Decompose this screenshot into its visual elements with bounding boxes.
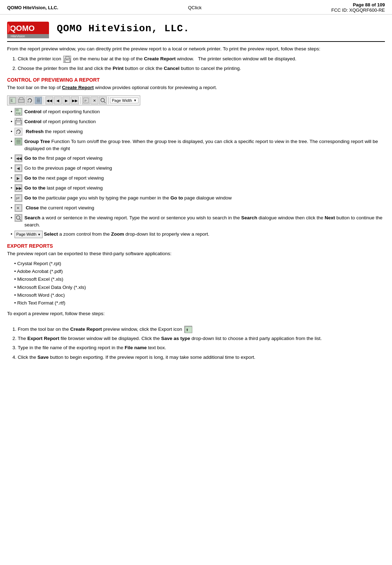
tb-grouptree-btn (34, 97, 42, 104)
company-logo: QOMO HiteVision (7, 19, 50, 38)
zoom-arrow: ▼ (134, 99, 137, 102)
svg-text:◀: ◀ (17, 166, 20, 170)
logo-section: QOMO HiteVision QOMO HiteVision, LLC. (0, 15, 392, 38)
bullet-last-text: Go to the last page of report viewing (24, 185, 103, 192)
svg-text:E: E (11, 99, 13, 103)
svg-marker-29 (16, 133, 17, 134)
bullet-export: exp Control of report exporting function (11, 108, 385, 116)
bullet-prev: ◀ Go to the previous page of report view… (11, 165, 385, 172)
bullet-first-text: Go to the first page of report viewing (24, 155, 103, 162)
close-icon-box: ✕ (15, 204, 22, 212)
section1-heading: CONTROL OF PREVIEWING A REPORT (7, 77, 385, 83)
print-step-2: Choose the printer from the list and cli… (18, 65, 385, 72)
tb-refresh-btn (26, 97, 34, 104)
export-step-3: Type in the file name of the exporting r… (18, 344, 385, 351)
svg-point-21 (101, 98, 104, 102)
bullet-zoom: Page Width ▼ Select a zoom control from … (11, 231, 385, 238)
zoom-select-preview: Page Width ▼ (15, 231, 43, 238)
zoom-label: Page Width (112, 98, 132, 103)
svg-line-22 (104, 102, 105, 103)
bullet-next: ▶ Go to the next page of report viewing (11, 175, 385, 182)
bullet-close-text: Close the current report viewing (24, 204, 94, 212)
bullet-close: ✕ Close the current report viewing (11, 204, 385, 212)
section2-intro: The preview report can be exported to th… (7, 250, 385, 257)
tb-separator2 (80, 97, 81, 104)
svg-rect-27 (16, 119, 21, 121)
print-step-1: Click the printer icon on the menu bar a… (18, 55, 385, 62)
bullet-goto: p# Go to the particular page you wish by… (11, 194, 385, 202)
bullet-prev-text: Go to the previous page of report viewin… (24, 165, 112, 172)
tb-close-btn: ✕ (91, 97, 98, 104)
svg-text:◀◀: ◀◀ (16, 156, 22, 160)
tb-prev-btn: ◀ (54, 97, 62, 104)
printer-icon (63, 56, 71, 63)
divider (7, 41, 385, 42)
export-item-2: • Adobe Acrobat (*.pdf) (14, 268, 385, 275)
tb-print-btn (17, 97, 25, 104)
header-company: QOMO HiteVision, LLC. (7, 5, 58, 10)
section1-intro: The tool bar on the top of Create Report… (7, 84, 385, 91)
svg-text:P: P (85, 99, 87, 103)
tb-search-btn (99, 97, 107, 104)
export-item-1: • Crystal Report (*.rpt) (14, 260, 385, 267)
export-icon-box: exp (15, 108, 22, 116)
export-step-4: Click the Save button to begin exporting… (18, 354, 385, 361)
goto-icon-box: p# (15, 194, 22, 202)
bullet-grouptree-text: Group Tree Function To turn on/off the g… (24, 138, 385, 153)
fcc-id: FCC ID: XQGQRF600-RE (331, 7, 385, 13)
tb-next-btn: ▶ (62, 97, 70, 104)
svg-rect-24 (16, 109, 18, 111)
page-header: QOMO HiteVision, LLC. QClick Page 88 of … (0, 0, 392, 15)
bullet-refresh-text: Refresh the report viewing (24, 128, 83, 135)
bullet-print: Control of report printing function (11, 118, 385, 126)
export-step-2: The Export Report file browser window wi… (18, 335, 385, 342)
svg-rect-7 (66, 56, 69, 59)
svg-text:✕: ✕ (16, 206, 20, 210)
bullet-first: ◀◀ Go to the first page of report viewin… (11, 155, 385, 163)
section2-heading: EXPORT REPORTS (7, 243, 385, 249)
tb-separator (44, 97, 44, 104)
tb-export-btn: E (9, 97, 17, 104)
bullet-zoom-text: Select a zoom control from the Zoom drop… (44, 231, 209, 238)
company-title: QOMO HiteVision, LLC. (57, 23, 190, 34)
svg-marker-14 (27, 102, 29, 103)
last-icon-box: ▶▶ (15, 184, 22, 192)
export-item-4: • Microsoft Excel Data Only (*.xls) (14, 284, 385, 291)
header-right: Page 88 of 109 FCC ID: XQGQRF600-RE (331, 2, 385, 13)
bullet-goto-text: Go to the particular page you wish by ty… (24, 194, 232, 202)
print-icon-box (15, 118, 22, 126)
svg-text:exp: exp (16, 111, 21, 115)
bullet-next-text: Go to the next page of report viewing (24, 175, 104, 182)
svg-rect-8 (65, 60, 70, 62)
svg-rect-9 (66, 59, 67, 60)
page-number: Page 88 of 109 (331, 2, 385, 7)
tb-separator3 (108, 97, 109, 104)
bullet-search: Search a word or sentence in the viewing… (11, 214, 385, 229)
bullet-print-text: Control of report printing function (24, 118, 96, 125)
svg-rect-28 (16, 122, 21, 124)
export-icon: ⬆ (184, 326, 192, 333)
tb-page-btn: P (82, 97, 90, 104)
svg-text:▶: ▶ (17, 176, 20, 180)
export-steps-list: From the tool bar on the Create Report p… (18, 326, 385, 361)
export-steps-intro: To export a preview report, follow these… (7, 310, 385, 317)
tb-zoom-select: Page Width ▼ (110, 98, 138, 103)
first-icon-box: ◀◀ (15, 154, 22, 162)
svg-text:QOMO: QOMO (10, 24, 35, 33)
bullet-refresh: Refresh the report viewing (11, 128, 385, 136)
export-item-6: • Rich Text Format (*.rtf) (14, 300, 385, 307)
toolbar-preview: E ◀◀ ◀ ▶ ▶▶ P ✕ Page Width ▼ (7, 95, 140, 105)
main-content: From the report preview window, you can … (0, 45, 392, 361)
grouptree-icon-box (15, 138, 22, 146)
svg-text:HiteVision: HiteVision (11, 34, 25, 38)
svg-text:p#: p# (16, 196, 20, 200)
next-icon-box: ▶ (15, 174, 22, 182)
bullet-grouptree: Group Tree Function To turn on/off the g… (11, 138, 385, 153)
toolbar-bullets: exp Control of report exporting function… (11, 108, 385, 238)
export-step-1: From the tool bar on the Create Report p… (18, 326, 385, 333)
svg-text:⬆: ⬆ (186, 328, 189, 332)
prev-icon-box: ◀ (15, 164, 22, 172)
refresh-icon-box (15, 128, 22, 136)
svg-rect-13 (20, 98, 23, 99)
intro-paragraph: From the report preview window, you can … (7, 45, 385, 53)
